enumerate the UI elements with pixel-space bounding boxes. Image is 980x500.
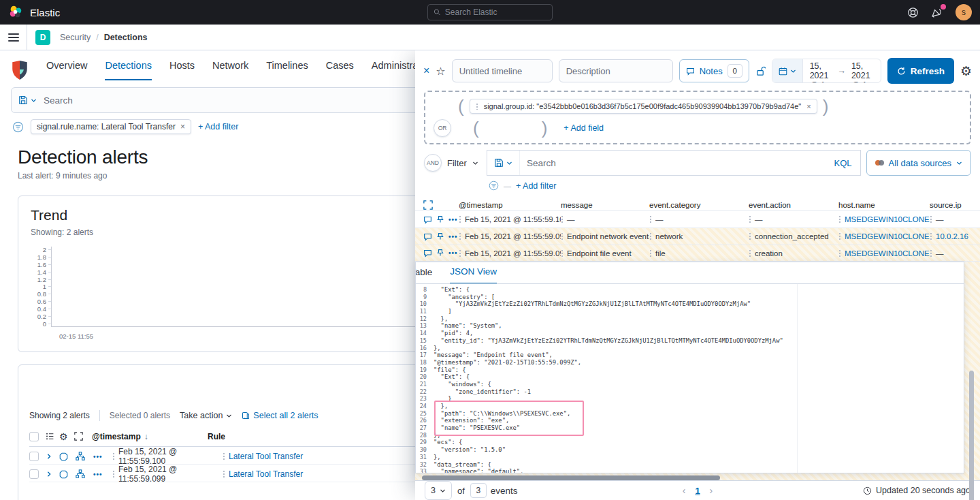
timeline-search-input[interactable] — [520, 158, 826, 168]
breadcrumb-security[interactable]: Security — [60, 33, 91, 42]
drag-handle[interactable] — [112, 470, 115, 478]
events-column-header[interactable]: message — [561, 201, 649, 209]
drag-handle[interactable] — [749, 232, 751, 240]
drag-handle[interactable] — [749, 215, 751, 223]
query-pill-signal-group-id[interactable]: signal.group.id: "e3542bbb0e016b3d36f7b5… — [470, 99, 817, 114]
prev-page-icon[interactable]: ‹ — [683, 485, 686, 496]
newsfeed-icon[interactable] — [931, 6, 943, 18]
help-icon[interactable] — [907, 7, 919, 18]
drag-handle[interactable] — [649, 232, 652, 240]
event-action-cell[interactable]: creation — [749, 249, 838, 257]
events-fullscreen-icon[interactable] — [415, 200, 459, 210]
grid-settings-gear-icon[interactable]: ⚙ — [59, 431, 74, 442]
timeline-add-filter-link[interactable]: + Add filter — [516, 181, 556, 191]
timeline-query-builder[interactable]: ( signal.group.id: "e3542bbb0e016b3d36f7… — [424, 91, 971, 144]
bulk-actions-icon[interactable] — [46, 432, 59, 441]
pin-event-icon[interactable] — [436, 249, 444, 257]
alert-timestamp-cell[interactable]: Feb 15, 2021 @ 11:55:59.100 — [112, 447, 223, 466]
row-checkbox[interactable] — [29, 469, 39, 479]
more-actions-icon[interactable]: ••• — [93, 453, 112, 460]
process-tree-icon[interactable] — [76, 452, 93, 461]
vertical-scrollbar[interactable] — [969, 371, 974, 500]
refresh-button[interactable]: Refresh — [887, 58, 954, 84]
date-range-end[interactable]: Feb 15, 2021 @ 1 — [851, 59, 874, 83]
drag-handle[interactable] — [459, 232, 461, 240]
event-source-ip-cell[interactable]: 10.0.2.16 — [930, 232, 980, 240]
filter-mode-label[interactable]: Filter — [447, 158, 467, 168]
security-tab[interactable]: Overview — [46, 60, 87, 80]
select-all-button[interactable]: Select all 2 alerts — [242, 411, 318, 420]
saved-query-menu[interactable] — [487, 151, 520, 175]
kql-language-button[interactable]: KQL — [826, 158, 860, 168]
notes-button[interactable]: Notes 0 — [679, 59, 749, 82]
next-page-icon[interactable]: › — [710, 485, 713, 496]
remove-filter-icon[interactable]: × — [180, 122, 185, 131]
timeline-title-input[interactable] — [452, 59, 553, 82]
event-message-cell[interactable]: — — [561, 215, 649, 223]
add-note-icon[interactable] — [423, 215, 432, 224]
global-search[interactable] — [427, 4, 553, 20]
event-source-ip-cell[interactable]: — — [930, 215, 980, 223]
events-column-header[interactable]: @timestamp — [459, 201, 561, 209]
drag-handle[interactable] — [223, 452, 225, 460]
drag-handle[interactable] — [649, 215, 652, 223]
close-timeline-icon[interactable]: × — [423, 65, 429, 77]
tab-table[interactable]: Table — [416, 267, 432, 283]
drag-handle[interactable] — [459, 249, 461, 257]
horizontal-scrollbar[interactable] — [416, 475, 949, 480]
more-actions-icon[interactable]: ••• — [448, 216, 458, 223]
scrollbar-thumb[interactable] — [422, 475, 720, 480]
timeline-settings-gear-icon[interactable]: ⚙ — [960, 63, 972, 79]
event-timestamp-cell[interactable]: Feb 15, 2021 @ 11:55:59.100 — [459, 215, 561, 223]
security-tab[interactable]: Hosts — [169, 60, 195, 80]
pin-event-icon[interactable] — [436, 232, 444, 241]
select-all-checkbox[interactable] — [29, 432, 39, 441]
favorite-star-icon[interactable]: ☆ — [436, 65, 445, 78]
drag-handle[interactable] — [223, 470, 225, 478]
events-column-header[interactable]: event.category — [649, 201, 749, 209]
column-header-timestamp[interactable]: @timestamp↓ — [92, 432, 208, 441]
event-host-cell[interactable]: MSEDGEWIN10CLONE — [838, 232, 930, 240]
event-source-ip-cell[interactable]: — — [930, 249, 980, 257]
unlock-icon[interactable] — [755, 66, 766, 76]
more-actions-icon[interactable]: ••• — [93, 471, 112, 478]
security-tab[interactable]: Timelines — [266, 60, 308, 80]
events-column-header[interactable]: source.ip — [930, 201, 980, 209]
saved-query-menu[interactable] — [12, 95, 44, 105]
tab-json-view[interactable]: JSON View — [450, 266, 497, 284]
drag-handle[interactable] — [476, 103, 478, 110]
event-category-cell[interactable]: file — [649, 249, 749, 257]
more-actions-icon[interactable]: ••• — [448, 249, 458, 257]
elastic-brand[interactable]: Elastic — [8, 5, 60, 20]
add-field-link[interactable]: + Add field — [564, 123, 604, 133]
expand-row-chevron-icon[interactable] — [46, 471, 59, 478]
global-search-input[interactable] — [445, 7, 546, 17]
timeline-description-input[interactable] — [559, 59, 673, 82]
remove-query-icon[interactable]: × — [806, 102, 811, 110]
events-column-header[interactable]: event.action — [749, 201, 838, 209]
event-message-cell[interactable]: Endpoint file event — [561, 249, 649, 257]
event-message-cell[interactable]: Endpoint network event — [561, 232, 649, 240]
security-tab[interactable]: Network — [212, 60, 248, 80]
user-avatar[interactable]: s — [956, 4, 972, 20]
drag-handle[interactable] — [838, 249, 841, 257]
add-filter-link[interactable]: + Add filter — [198, 122, 238, 131]
drag-handle[interactable] — [930, 232, 932, 240]
take-action-button[interactable]: Take action — [180, 411, 232, 420]
event-timestamp-cell[interactable]: Feb 15, 2021 @ 11:55:59.099 — [459, 232, 561, 240]
drag-handle[interactable] — [561, 232, 564, 240]
add-note-icon[interactable] — [423, 232, 432, 241]
events-column-header[interactable]: host.name — [838, 201, 930, 209]
analyze-event-icon[interactable] — [59, 470, 76, 479]
space-badge[interactable]: D — [35, 30, 50, 45]
calendar-menu-button[interactable] — [772, 59, 803, 82]
expand-row-chevron-icon[interactable] — [46, 453, 59, 460]
drag-handle[interactable] — [838, 215, 841, 223]
row-checkbox[interactable] — [29, 452, 39, 461]
drag-handle[interactable] — [561, 249, 564, 257]
json-code[interactable]: 8 "Ext": { 9 "ancestry": [ 10 — [416, 284, 964, 473]
alert-timestamp-cell[interactable]: Feb 15, 2021 @ 11:55:59.099 — [112, 465, 223, 484]
fullscreen-icon[interactable] — [74, 432, 92, 441]
more-actions-icon[interactable]: ••• — [448, 233, 458, 240]
nav-menu-button[interactable] — [0, 25, 27, 50]
